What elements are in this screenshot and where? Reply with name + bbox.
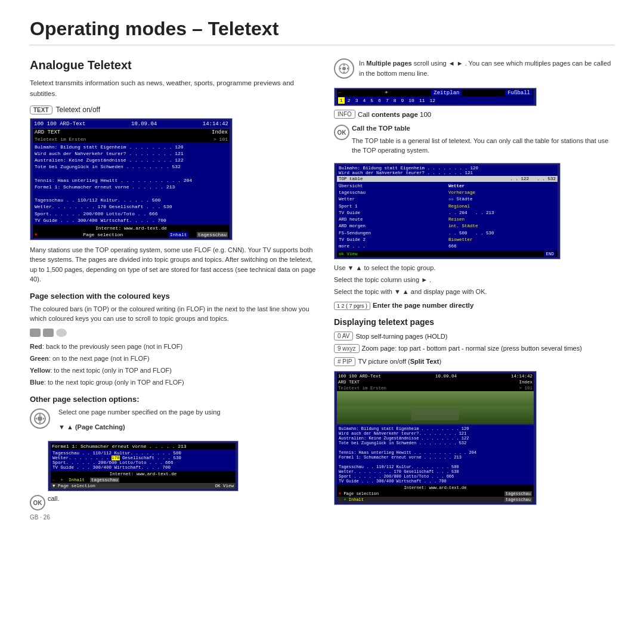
svg-point-7 bbox=[342, 67, 346, 70]
page-number-direct-row: 1 2 ( 7 pgrs ) Enter the page number dir… bbox=[334, 302, 614, 310]
top-end-btn: END bbox=[544, 252, 556, 256]
pc-header: Formel 1: Schumacher erneut vorne . . . … bbox=[52, 444, 187, 449]
pc-line4: TV Guide . . . 300/400 Wirtschaft. . . .… bbox=[52, 465, 234, 470]
tt-content: Bulmahn: Bildung statt Eigenheim . . . .… bbox=[33, 143, 230, 225]
other-options-text: Select one page number specified on the … bbox=[58, 407, 221, 437]
call-label: call. bbox=[48, 495, 60, 502]
num-8: 8 bbox=[392, 97, 398, 104]
red-desc: Red: back to the previously seen page (n… bbox=[30, 342, 316, 352]
top-col2-header: Wetter bbox=[448, 183, 556, 190]
top-col1-item8: FS-Sendungen bbox=[339, 230, 446, 237]
tt-line-2: Wird auch der Nahverkehr teurer? . . . .… bbox=[35, 150, 228, 157]
yellow-desc: Yellow: to the next topic (only in TOP a… bbox=[30, 366, 316, 376]
info-btn-label[interactable]: INFO bbox=[334, 110, 355, 119]
tt-line-1: Bulmahn: Bildung statt Eigenheim . . . .… bbox=[35, 144, 228, 150]
top-table-block: Call the TOP table The TOP table is a ge… bbox=[352, 123, 614, 160]
num-2: 2 bbox=[346, 97, 352, 104]
tt-line-12: TV Guide . . . 300/400 Wirtschaft. . . .… bbox=[35, 217, 228, 224]
grey-dot2 bbox=[43, 329, 54, 337]
svg-point-1 bbox=[38, 416, 42, 421]
multiple-pages-text: In Multiple pages scroll using ◄ ► . You… bbox=[359, 58, 614, 83]
tt-line-6: Tennis: Haas unterlieg Hewitt . . . . . … bbox=[35, 177, 228, 184]
page-selection-heading: Page selection with the coloured keys bbox=[30, 292, 316, 301]
top-col2-item3: Regional bbox=[448, 203, 556, 210]
av-btn-label[interactable]: 0 AV bbox=[334, 332, 353, 340]
top-col2-item2: ☼☼ Städte bbox=[448, 196, 556, 203]
svg-marker-4 bbox=[35, 417, 37, 420]
pip-btn-label[interactable]: # PIP bbox=[334, 357, 355, 366]
page-num-btn[interactable]: 1 2 ( 7 pgrs ) bbox=[334, 302, 370, 310]
tt-header: 100 100 ARD-Text 10.09.04 14:14:42 bbox=[33, 120, 230, 128]
tt-header-time: 14:14:42 bbox=[203, 121, 228, 127]
teletext-onoff-label: Teletext on/off bbox=[56, 106, 101, 114]
text-btn-label[interactable]: TEXT bbox=[30, 106, 52, 114]
sp-footer-url: Internet: www.ard-text.de bbox=[404, 485, 466, 490]
wxyz-btn-label[interactable]: 9 wxyz bbox=[334, 344, 360, 353]
tt-line-8 bbox=[35, 190, 228, 197]
info-row: INFO Call contents page 100 bbox=[334, 110, 614, 119]
pc-footer-nav2: ▼ Page selection bbox=[52, 484, 95, 488]
left-column: Analogue Teletext Teletext transmits inf… bbox=[30, 58, 316, 521]
page-catch-screen: Formel 1: Schumacher erneut vorne . . . … bbox=[48, 441, 239, 491]
sp-line5 bbox=[339, 445, 532, 450]
tt-footer-right: Inhalt tagesschau bbox=[169, 232, 228, 237]
top-col1-item7: ARD morgen bbox=[339, 223, 446, 230]
text-button-row: TEXT Teletext on/off bbox=[30, 106, 316, 114]
num-5: 5 bbox=[369, 97, 375, 104]
tt-line-10: Wetter. . . . . . . . 170 Gesellschaft .… bbox=[35, 203, 228, 210]
num-3: 3 bbox=[354, 97, 360, 104]
tt-header-date: 10.09.04 bbox=[131, 121, 157, 127]
tt-subtitle-right: > 101 bbox=[213, 137, 228, 142]
white-dot bbox=[56, 329, 67, 337]
multi-nums: 1 2 3 4 5 6 7 8 9 10 11 12 bbox=[337, 97, 534, 104]
top-col1-item10: more . . . bbox=[339, 243, 446, 250]
top-col1-item9: TV Guide 2 bbox=[339, 237, 446, 243]
sp-title-right: Index bbox=[519, 380, 532, 385]
colored-buttons-row bbox=[30, 329, 316, 337]
split-img bbox=[337, 391, 534, 424]
sp-line2: Wird auch der Nahverkehr teurer?. . . . … bbox=[339, 431, 532, 436]
tt-subtitle: Teletext im Ersten bbox=[35, 137, 86, 142]
top-nums-right: . . 122 . . 532 bbox=[510, 177, 556, 181]
tt-footer-nav-text: Page selection bbox=[83, 232, 123, 237]
top-col1-item6: ARD heute bbox=[339, 216, 446, 223]
num-9: 9 bbox=[400, 97, 406, 104]
num-7: 7 bbox=[384, 97, 391, 104]
multi-fussball: Fußball bbox=[505, 90, 532, 96]
tt-line-3: Australien: Keine Zugeständnisse . . . .… bbox=[35, 157, 228, 163]
section-title-analogue: Analogue Teletext bbox=[30, 58, 316, 72]
displaying-heading: Displaying teletext pages bbox=[334, 317, 614, 327]
pip-row: # PIP TV picture on/off (Split Text) bbox=[334, 357, 614, 366]
hold-label: Stop self-turning pages (HOLD) bbox=[355, 333, 447, 340]
multiple-pages-row: In Multiple pages scroll using ◄ ► . You… bbox=[334, 58, 614, 83]
top-line2: Wird auch der Nahverkehr teurer? . . . .… bbox=[339, 171, 556, 175]
select-topic: Select the topic with ▼ ▲ and display pa… bbox=[334, 287, 614, 297]
teletext-screen: 100 100 ARD-Text 10.09.04 14:14:42 ARD T… bbox=[30, 118, 233, 240]
top-operating-desc: Many stations use the TOP operating syst… bbox=[30, 245, 316, 284]
top-col1-item5: TV Guide bbox=[339, 210, 446, 216]
sp-line3: Australien: Keine Zugeständnisse . . . .… bbox=[339, 436, 532, 441]
tt-footer-url: Internet: www.ard-text.de bbox=[95, 225, 167, 231]
ok-top-row: OK Call the TOP table The TOP table is a… bbox=[334, 123, 614, 160]
sp-footer2-right: tagesschau bbox=[504, 497, 532, 502]
zoom-label: Zoom page: top part - bottom part - norm… bbox=[362, 344, 582, 353]
select-topic-col: Select the topic column using ► . bbox=[334, 275, 614, 285]
tt-line-5 bbox=[35, 170, 228, 177]
split-screen: 100 100 ARD-Text 10.09.04 14:14:42 ARD T… bbox=[334, 371, 537, 505]
num-12: 12 bbox=[428, 97, 438, 104]
top-col1-item4: Sport 1 bbox=[339, 203, 446, 210]
pip-label: TV picture on/off (Split Text) bbox=[358, 358, 441, 365]
blue-desc: Blue: to the next topic group (only in T… bbox=[30, 377, 316, 388]
sp-header-date: 10.09.04 bbox=[435, 374, 457, 379]
num-10: 10 bbox=[407, 97, 416, 104]
top-col1-item3: Wetter bbox=[339, 196, 446, 203]
top-line1: Bulmahn: Bildung statt Eigenheim . . . .… bbox=[339, 166, 556, 171]
top-col1-item2: tagesschau bbox=[339, 190, 446, 196]
sp-subtitle-right: > 101 bbox=[519, 386, 532, 391]
sp-header-time: 14:14:42 bbox=[511, 374, 532, 379]
pc-footer-url: Internet: www.ard-text.de bbox=[110, 472, 177, 476]
tt-line-11: Sport. . . . . . 200/600 Lotto/Toto . . … bbox=[35, 210, 228, 217]
grey-dot bbox=[30, 329, 41, 337]
sp-line4: Tote bei Zugunglück in Schweden . . . . … bbox=[339, 441, 532, 445]
sp-header-left: 100 100 ARD-Text bbox=[338, 374, 381, 379]
